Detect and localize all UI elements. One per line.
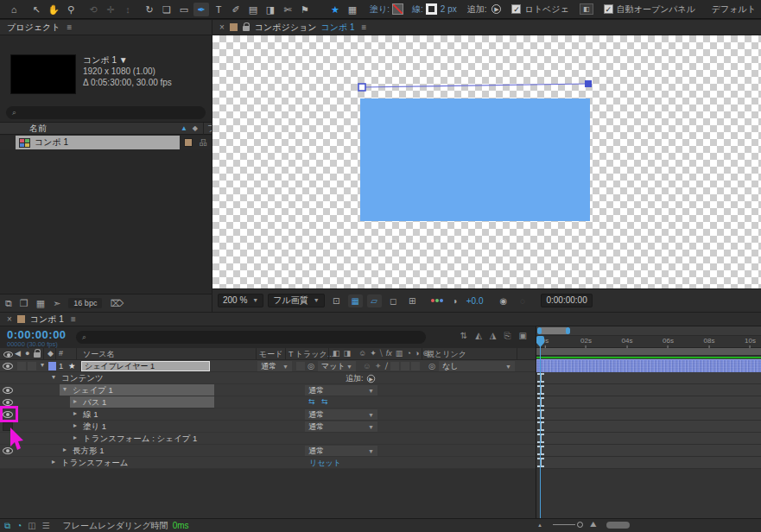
- property-blend-mode-dropdown[interactable]: 通常▼: [305, 385, 377, 396]
- twirl-arrow[interactable]: ▸: [73, 434, 77, 441]
- mini-flowchart-icon[interactable]: ⇅: [460, 331, 467, 341]
- add-property-icon[interactable]: ▶: [366, 375, 374, 383]
- hide-shy-layers-icon[interactable]: ◮: [490, 331, 497, 341]
- rectangle-tool-icon[interactable]: ▭: [176, 3, 192, 16]
- timeline-row-8[interactable]: ▸トランスフォームリセット: [0, 457, 536, 469]
- twirl-arrow[interactable]: ▸: [52, 458, 55, 466]
- workspace-selector[interactable]: デフォルト: [712, 3, 756, 16]
- mode-toggle-icon[interactable]: ◧: [333, 349, 340, 358]
- preview-target-icon[interactable]: ⊡: [329, 294, 344, 307]
- lock-icon[interactable]: [243, 26, 250, 31]
- show-snapshot-icon[interactable]: ◌: [515, 294, 530, 307]
- track-row-6[interactable]: [536, 433, 761, 445]
- motion-blur-icon[interactable]: ▣: [519, 331, 527, 341]
- motion-blur-icon[interactable]: ◔: [406, 349, 410, 358]
- clone-stamp-tool-icon[interactable]: ▤: [245, 3, 261, 16]
- zoom-slider-knob[interactable]: [577, 522, 583, 528]
- parent-pickwhip-icon[interactable]: ◎: [428, 361, 435, 370]
- viewer-tab-label[interactable]: コンポジション: [255, 22, 317, 34]
- property-label[interactable]: トランスフォーム: [61, 458, 129, 469]
- timeline-row-1[interactable]: ▾コンテンツ追加:▶: [0, 372, 536, 384]
- layer-row-shape-layer-1[interactable]: ▾ 1 ★ シェイプレイヤー 1 通常▼ ◎ マット▼ ☺✦⧸ ◎ なし▼: [0, 360, 536, 372]
- path-direction-icon[interactable]: ⇆: [308, 397, 315, 406]
- panel-menu-icon[interactable]: ≡: [67, 22, 72, 32]
- composition-name[interactable]: コンポ 1 ▼: [83, 54, 172, 66]
- frame-blend-icon[interactable]: ▥: [396, 349, 403, 358]
- expand-layer-switches-icon[interactable]: ⧉: [4, 521, 10, 531]
- zoom-tool-icon[interactable]: ⚲: [63, 3, 79, 16]
- property-label[interactable]: 長方形 1: [73, 446, 104, 457]
- property-blend-mode-dropdown[interactable]: 通常▼: [305, 421, 377, 432]
- star-icon[interactable]: ★: [327, 3, 343, 16]
- track-row-8[interactable]: [536, 457, 761, 469]
- transparency-grid-icon[interactable]: ▦: [348, 294, 363, 307]
- lock-toggle[interactable]: [28, 362, 36, 370]
- rotation-tool-icon[interactable]: ↻: [142, 3, 157, 16]
- mode-column-header[interactable]: モード: [259, 349, 282, 360]
- timeline-row-5[interactable]: ▸塗り 1通常▼: [0, 421, 536, 433]
- track-row-5[interactable]: [536, 421, 761, 433]
- track-row-7[interactable]: [536, 445, 761, 457]
- twirl-arrow[interactable]: ▾: [52, 373, 55, 381]
- auto-open-panel-checkbox[interactable]: ✓: [604, 4, 613, 14]
- stroke-swatch[interactable]: [426, 3, 437, 15]
- label-column-icon[interactable]: ◆: [48, 349, 54, 358]
- selection-tool-icon[interactable]: ↖: [29, 3, 44, 16]
- time-navigator-bar[interactable]: [538, 327, 569, 334]
- hand-tool-icon[interactable]: ✋: [46, 3, 61, 16]
- item-label-color[interactable]: [184, 138, 193, 147]
- exposure-value[interactable]: +0.0: [466, 296, 484, 306]
- timeline-search-input[interactable]: ⌕: [76, 331, 426, 344]
- project-item-row[interactable]: コンポ 1 品: [0, 136, 212, 149]
- quality-toggle[interactable]: ⧸: [385, 361, 388, 371]
- layer-expand-arrow[interactable]: ▾: [41, 361, 44, 369]
- quality-icon[interactable]: ⧹: [380, 349, 383, 358]
- layer-video-eye-icon[interactable]: [3, 362, 13, 371]
- zoom-slider-track[interactable]: [553, 524, 575, 525]
- source-name-column-header[interactable]: ソース名: [83, 349, 114, 360]
- twirl-arrow[interactable]: ▾: [63, 385, 67, 393]
- timeline-row-4[interactable]: ▸線 1通常▼: [0, 408, 536, 421]
- timeline-row-7[interactable]: ▸長方形 1通常▼: [0, 445, 536, 457]
- twirl-arrow[interactable]: ▸: [73, 421, 77, 429]
- mask-mode-icon[interactable]: ▦: [345, 3, 360, 16]
- resolution-dropdown[interactable]: フル画質▼: [268, 294, 324, 307]
- preserve-transparency-toggle[interactable]: [296, 362, 305, 370]
- tag-column-icon[interactable]: ◆: [193, 124, 198, 132]
- property-label[interactable]: シェイプ 1: [73, 385, 113, 396]
- property-blend-mode-dropdown[interactable]: 通常▼: [305, 409, 377, 420]
- draft-3d-icon[interactable]: ◭: [475, 331, 482, 341]
- delete-trash-icon[interactable]: ⌦: [110, 298, 124, 309]
- number-column-header[interactable]: #: [59, 349, 63, 358]
- effects-toggle[interactable]: [390, 362, 399, 370]
- stroke-width-value[interactable]: 2 px: [441, 4, 457, 14]
- track-row-3[interactable]: [536, 396, 761, 408]
- expand-in-out-panes-icon[interactable]: ◫: [28, 521, 35, 530]
- twirl-arrow[interactable]: ▸: [73, 409, 77, 417]
- work-area-bar[interactable]: [536, 348, 761, 356]
- project-item-name[interactable]: コンポ 1: [35, 136, 68, 149]
- adjustment-layer-icon[interactable]: ◑: [415, 349, 419, 358]
- shy-toggle[interactable]: ☺: [363, 361, 371, 371]
- track-row-1[interactable]: [536, 372, 761, 384]
- path-direction-icon[interactable]: ⇆: [321, 397, 328, 406]
- pan-behind-tool-icon[interactable]: ❏: [159, 3, 174, 16]
- roto-brush-tool-icon[interactable]: ✄: [280, 3, 295, 16]
- close-tab-icon[interactable]: ×: [7, 314, 12, 324]
- property-label[interactable]: コンテンツ: [61, 373, 104, 384]
- motion-blur-toggle[interactable]: [411, 362, 420, 370]
- expand-transfer-controls-icon[interactable]: ◔: [16, 521, 22, 530]
- sort-ascending-icon[interactable]: ▲: [181, 124, 187, 132]
- property-eye-icon[interactable]: [3, 386, 13, 396]
- add-shape-icon[interactable]: ▶: [491, 4, 501, 14]
- frame-blend-toggle[interactable]: [401, 362, 409, 370]
- audio-toggle[interactable]: [17, 362, 26, 370]
- viewer-tab-comp-name[interactable]: コンポ 1: [320, 22, 354, 34]
- horizontal-scrollbar[interactable]: [606, 522, 630, 529]
- color-depth-button[interactable]: 16 bpc: [68, 298, 102, 308]
- interpret-footage-icon[interactable]: ⧉: [5, 298, 12, 309]
- timeline-tab[interactable]: コンポ 1: [30, 314, 64, 326]
- layer-blend-mode-dropdown[interactable]: 通常▼: [257, 361, 292, 371]
- new-folder-icon[interactable]: ❐: [20, 298, 29, 309]
- track-matte-dropdown[interactable]: マット▼: [318, 361, 356, 371]
